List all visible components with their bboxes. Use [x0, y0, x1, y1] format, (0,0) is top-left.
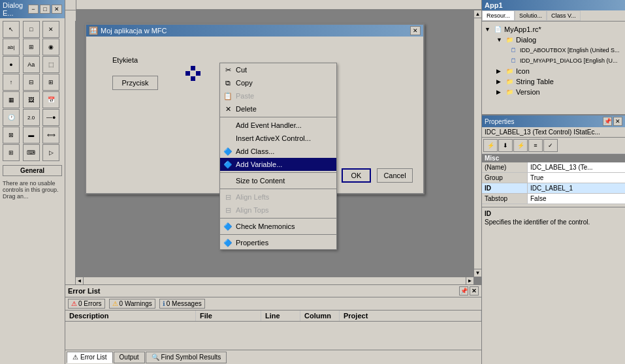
- scrollbar-left-btn[interactable]: ◄: [76, 277, 84, 284]
- tree-label-dialog: Dialog: [516, 36, 536, 44]
- toolbar-icon-tab[interactable]: ⊞: [42, 74, 59, 91]
- tree-item-idd-aboutbox[interactable]: 🗒 IDD_ABOUTBOX [English (United S...: [485, 45, 622, 55]
- toolbar-icon-grid1[interactable]: ⊞: [23, 38, 40, 55]
- message-icon: ℹ: [163, 300, 165, 307]
- error-count-button[interactable]: ⚠ 0 Errors: [68, 299, 105, 309]
- context-menu-item-check-mnemonics[interactable]: 🔷 Check Mnemonics: [220, 220, 336, 233]
- dialog-close-btn[interactable]: ✕: [410, 26, 421, 35]
- dialog-button[interactable]: Przycisk: [112, 76, 158, 90]
- context-menu-item-size-to-content[interactable]: Size to Content: [220, 174, 336, 187]
- props-btn-2[interactable]: ⬇: [498, 139, 513, 152]
- warning-count-button[interactable]: ⚠ 0 Warnings: [109, 299, 155, 309]
- toolbar-title-text: Dialog E...: [3, 1, 28, 17]
- toolbar-icon-img[interactable]: 🖼: [23, 91, 40, 108]
- properties-pin-btn[interactable]: 📌: [603, 117, 612, 126]
- toolbar-icon-hotkey[interactable]: ⌨: [23, 144, 40, 161]
- col-column: Column: [300, 311, 340, 321]
- toolbar-icon-text[interactable]: ab|: [3, 38, 20, 55]
- toolbar-icon-up[interactable]: ↑: [3, 74, 20, 91]
- tree-item-icon[interactable]: ▶ 📁 Icon: [485, 66, 622, 76]
- tree-item-myapp1rc[interactable]: ▼ 📄 MyApp1.rc*: [485, 24, 622, 35]
- right-panel: App1 Resour... Solutio... Class V... ▼ 📄…: [481, 0, 625, 364]
- toolbar-icon-rect[interactable]: □: [23, 21, 40, 38]
- props-val-name[interactable]: IDC_LABEL_13 (Te...: [528, 162, 625, 172]
- separator-3: [220, 189, 336, 189]
- toolbar-icon-box[interactable]: ⬚: [42, 56, 59, 73]
- scrollbar-horizontal[interactable]: ◄ ►: [76, 277, 473, 284]
- props-desc-text: Specifies the identifier of the control.: [485, 219, 622, 226]
- toolbar-icon-cal[interactable]: 📅: [42, 91, 59, 108]
- resources-tab-label: Resour...: [487, 12, 510, 19]
- tree-item-dialog[interactable]: ▼ 📁 Dialog: [485, 35, 622, 45]
- context-menu: ✂ Cut ⧉ Copy 📋 Paste ✕ Delete: [219, 63, 337, 250]
- tab-solution[interactable]: Solutio...: [515, 10, 547, 21]
- toolbar-minimize-btn[interactable]: −: [28, 5, 39, 14]
- toolbar-icon-scroll[interactable]: ⟺: [42, 127, 59, 144]
- props-val-group[interactable]: True: [528, 173, 625, 183]
- toolbar-close-btn[interactable]: ✕: [52, 5, 62, 14]
- properties-close-btn[interactable]: ✕: [613, 117, 622, 126]
- toolbar-icon-spin[interactable]: ⊠: [3, 127, 20, 144]
- context-menu-item-delete[interactable]: ✕ Delete: [220, 102, 336, 115]
- toolbar-icon-grid2[interactable]: ▦: [3, 91, 20, 108]
- message-count-button[interactable]: ℹ 0 Messages: [159, 299, 205, 309]
- props-btn-events[interactable]: ⚡: [513, 139, 528, 152]
- tree-item-string-table[interactable]: ▶ 📁 String Table: [485, 76, 622, 87]
- tree-item-version[interactable]: ▶ 📁 Version: [485, 87, 622, 97]
- context-menu-item-align-tops: ⊟ Align Tops: [220, 204, 336, 217]
- error-list-tab-label: Error List: [80, 354, 107, 361]
- context-menu-item-add-variable[interactable]: 🔷 Add Variable...: [220, 158, 336, 171]
- toolbar-icon-20[interactable]: 2.0: [23, 109, 40, 126]
- error-panel-pin-btn[interactable]: 📌: [459, 286, 468, 296]
- tab-find-symbol-results[interactable]: 🔍 Find Symbol Results: [146, 352, 227, 363]
- props-section-misc: Misc: [482, 154, 625, 162]
- scrollbar-vertical[interactable]: ▲ ▼: [473, 10, 481, 277]
- props-desc-title: ID: [485, 210, 622, 217]
- toolbar-icon-date[interactable]: 🕐: [3, 109, 20, 126]
- selection-handles: [185, 66, 201, 82]
- toolbar-icon-aa[interactable]: Aa: [23, 56, 40, 73]
- toolbar-icon-cursor[interactable]: ↖: [3, 21, 20, 38]
- props-btn-5[interactable]: ✓: [543, 139, 558, 152]
- error-panel-close-btn[interactable]: ✕: [470, 286, 479, 296]
- error-count-label: 0 Errors: [78, 300, 102, 307]
- toolbar-icon-circle[interactable]: ●: [3, 56, 20, 73]
- dialog-editor-area[interactable]: 🪟 Moj aplikacja w MFC ✕ Etykieta Przycis…: [76, 10, 481, 284]
- dialog-ok-button[interactable]: OK: [342, 168, 371, 183]
- tab-output[interactable]: Output: [114, 352, 145, 363]
- tab-class-view[interactable]: Class V...: [547, 10, 581, 21]
- error-panel-title: Error List: [68, 287, 101, 295]
- context-menu-item-add-class[interactable]: 🔷 Add Class...: [220, 145, 336, 158]
- props-btn-1[interactable]: ⚡: [483, 139, 498, 152]
- tree-label-icon: Icon: [516, 67, 530, 75]
- context-menu-item-properties[interactable]: 🔷 Properties: [220, 236, 336, 249]
- dialog-cancel-button[interactable]: Cancel: [377, 168, 413, 183]
- general-section-text: There are no usable controls in this gro…: [0, 177, 65, 364]
- tab-error-list[interactable]: ⚠ Error List: [67, 352, 113, 363]
- props-btn-4[interactable]: ≡: [528, 139, 543, 152]
- toolbar-icon-x[interactable]: ✕: [42, 21, 59, 38]
- scrollbar-up-btn[interactable]: ▲: [474, 10, 481, 18]
- toolbar-icon-r[interactable]: ◉: [42, 38, 59, 55]
- error-panel-header: Error List 📌 ✕: [65, 285, 481, 297]
- scrollbar-right-btn[interactable]: ►: [466, 277, 473, 284]
- folder-icon-dialog: 📁: [504, 35, 515, 44]
- context-menu-item-insert-activex[interactable]: Insert ActiveX Control...: [220, 132, 336, 145]
- context-menu-item-add-event[interactable]: Add Event Handler...: [220, 119, 336, 132]
- toolbar-restore-btn[interactable]: □: [40, 5, 50, 14]
- context-menu-item-copy[interactable]: ⧉ Copy: [220, 76, 336, 89]
- tree-item-idd-myapp1dialog[interactable]: 🗒 IDD_MYAPP1_DIALOG [English (U...: [485, 55, 622, 66]
- tab-resources[interactable]: Resour...: [482, 10, 515, 21]
- toolbar-icon-split[interactable]: ⊟: [23, 74, 40, 91]
- props-val-tabstop[interactable]: False: [528, 194, 625, 204]
- toolbar-icon-anim[interactable]: ▷: [42, 144, 59, 161]
- toolbar-icon-slider[interactable]: —●: [42, 109, 59, 126]
- toolbar-icons: ↖ □ ✕ ab| ⊞ ◉ ● Aa ⬚ ↑ ⊟ ⊞ ▦ 🖼 📅 🕐 2.0 —…: [0, 18, 65, 164]
- props-val-id[interactable]: IDC_LABEL_1: [528, 183, 625, 193]
- file-icon-idd-myapp1dialog: 🗒: [508, 56, 519, 65]
- context-menu-item-cut[interactable]: ✂ Cut: [220, 63, 336, 76]
- toolbar-icon-prog[interactable]: ▬: [23, 127, 40, 144]
- scrollbar-down-btn[interactable]: ▼: [474, 269, 481, 277]
- dialog-system-icon[interactable]: 🪟: [89, 26, 98, 35]
- toolbar-icon-ip[interactable]: ⊞: [3, 144, 20, 161]
